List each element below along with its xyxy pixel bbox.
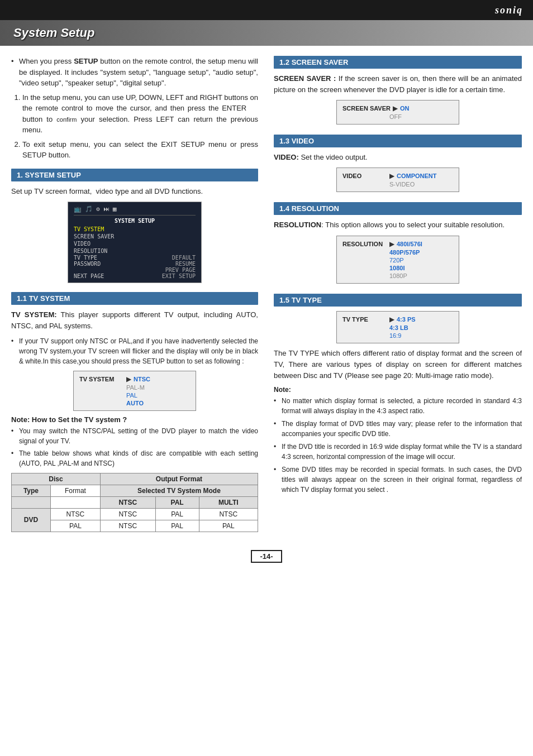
section-1: 1. SYSTEM SETUP Set up TV screen format,… xyxy=(11,169,258,283)
section-14-heading: 1.4 RESOLUTION xyxy=(274,202,522,215)
tvtype-169: 16:9 xyxy=(389,332,401,339)
menu-item-resolution: RESOLUTION xyxy=(74,247,196,255)
table-cell-pal-pal: PAL xyxy=(155,520,199,532)
menu-item-screen-saver: SCREEN SAVER xyxy=(74,233,196,240)
option-row-screensaver-off: OFF xyxy=(342,113,453,120)
tv-system-option-box: TV SYSTEM ▶ NTSC PAL-M PAL AUTO xyxy=(73,371,196,411)
resolution-arrow: ▶ xyxy=(389,240,394,248)
table-cell-ntsc-ntsc: NTSC xyxy=(100,508,155,520)
intro-bullet-1: When you press SETUP button on the remot… xyxy=(11,56,258,89)
right-column: 1.2 SCREEN SAVER SCREEN SAVER : If the s… xyxy=(268,56,522,541)
page-number: -14- xyxy=(0,552,533,566)
page-title: System Setup xyxy=(13,26,520,40)
option-row-tvtype: TV TYPE ▶ 4:3 PS xyxy=(342,315,453,323)
left-column: When you press SETUP button on the remot… xyxy=(11,56,268,541)
table-header-output: Output Format xyxy=(100,473,258,485)
table-cell-ntsc-format: NTSC xyxy=(50,508,100,520)
menu-item-password: PASSWORD xyxy=(74,261,101,267)
option-row-resolution: RESOLUTION ▶ 480I/576I xyxy=(342,240,453,248)
option-row-1080i: 1080I xyxy=(342,265,453,271)
option-row-480p: 480P/576P xyxy=(342,249,453,256)
video-arrow: ▶ xyxy=(389,172,394,180)
section-11-text1: TV SYSTEM: This player supports differen… xyxy=(11,309,258,332)
section-13: 1.3 VIDEO VIDEO: Set the video output. V… xyxy=(274,135,522,192)
menu-right-resume: RESUME xyxy=(175,261,196,267)
top-bar: soniq xyxy=(0,0,533,20)
resolution-1080p: 1080P xyxy=(389,272,407,279)
section-15-text: The TV TYPE which offers different ratio… xyxy=(274,348,522,381)
table-header-selected-tv: Selected TV System Mode xyxy=(100,485,258,496)
main-content: When you press SETUP button on the remot… xyxy=(0,46,533,547)
tvsystem-arrow: ▶ xyxy=(126,375,131,383)
menu-row-password-resume: PASSWORD RESUME xyxy=(74,261,196,267)
section-15: 1.5 TV TYPE TV TYPE ▶ 4:3 PS 4:3 LB 16:9 xyxy=(274,294,522,495)
menu-item-video: VIDEO xyxy=(74,240,196,247)
tvtype-option-box: TV TYPE ▶ 4:3 PS 4:3 LB 16:9 xyxy=(336,311,459,343)
table-cell-dvd: DVD xyxy=(12,508,51,532)
screensaver-on: ON xyxy=(400,105,410,112)
intro-section: When you press SETUP button on the remot… xyxy=(11,56,258,161)
section-11: 1.1 TV SYSTEM TV SYSTEM: This player sup… xyxy=(11,292,258,532)
menu-row-blank-prevpage: PREV PAGE xyxy=(74,267,196,273)
resolution-option-box: RESOLUTION ▶ 480I/576I 480P/576P 720P xyxy=(336,236,459,284)
screensaver-off: OFF xyxy=(389,113,402,120)
resolution-1080i: 1080I xyxy=(389,265,405,271)
video-svideo: S-VIDEO xyxy=(389,181,415,188)
section-12-heading: 1.2 SCREEN SAVER xyxy=(274,56,522,69)
section-11-heading: 1.1 TV SYSTEM xyxy=(11,292,258,305)
option-row-720p: 720P xyxy=(342,257,453,264)
section-15-notes: Note: No matter which display format is … xyxy=(274,386,522,495)
option-row-169: 16:9 xyxy=(342,332,453,339)
note-2: The display format of DVD titles may var… xyxy=(274,419,522,439)
table-subheader-pal: PAL xyxy=(155,496,199,508)
section-14: 1.4 RESOLUTION RESOLUTION: This option a… xyxy=(274,202,522,283)
table-subheader-blank xyxy=(12,496,51,508)
option-row-video: VIDEO ▶ COMPONENT xyxy=(342,172,453,180)
page: soniq System Setup When you press SETUP … xyxy=(0,0,533,756)
menu-right-exitsetup: EXIT SETUP xyxy=(162,273,196,279)
section-12: 1.2 SCREEN SAVER SCREEN SAVER : If the s… xyxy=(274,56,522,125)
note-4: Some DVD titles may be recorded in speci… xyxy=(274,465,522,495)
video-label: VIDEO xyxy=(342,173,387,179)
option-row-palm: PAL-M xyxy=(79,384,190,391)
icon-music: 🎵 xyxy=(85,205,93,213)
note-bullets-list: You may switch the NTSC/PAL setting of t… xyxy=(11,426,258,468)
tvtype-label: TV TYPE xyxy=(342,316,387,323)
option-row-svideo: S-VIDEO xyxy=(342,181,453,188)
table-cell-pal-ntsc: NTSC xyxy=(100,520,155,532)
tvtype-43ps: 4:3 PS xyxy=(397,316,416,323)
tvsystem-pal: PAL xyxy=(126,392,137,399)
note-bullet-1: You may switch the NTSC/PAL setting of t… xyxy=(11,426,258,446)
table-subheader-multi: MULTI xyxy=(199,496,258,508)
menu-icons: 📺 🎵 ⚙ ⏭ ▦ xyxy=(74,205,196,216)
tvtype-arrow: ▶ xyxy=(389,315,394,323)
table-subheader-ntsc: NTSC xyxy=(100,496,155,508)
menu-item-tv-system: TV SYSTEM xyxy=(74,226,196,233)
option-row-1080p: 1080P xyxy=(342,272,453,279)
tvsystem-label: TV SYSTEM xyxy=(79,376,124,382)
section-1-heading: 1. SYSTEM SETUP xyxy=(11,169,258,181)
tvsystem-palm: PAL-M xyxy=(126,384,145,391)
option-row-screensaver: SCREEN SAVER ▶ ON xyxy=(342,104,453,112)
resolution-480i: 480I/576I xyxy=(397,241,422,247)
table-header-type: Type xyxy=(12,485,51,496)
resolution-label: RESOLUTION xyxy=(342,241,387,247)
brand-logo: soniq xyxy=(495,4,523,16)
screen-saver-option-box: SCREEN SAVER ▶ ON OFF xyxy=(336,100,459,125)
intro-step-2: To exit setup menu, you can select the E… xyxy=(22,139,258,161)
icon-grid: ▦ xyxy=(113,205,117,213)
video-component: COMPONENT xyxy=(397,173,437,179)
note-heading: Note: xyxy=(274,386,522,394)
video-option-box: VIDEO ▶ COMPONENT S-VIDEO xyxy=(336,168,459,192)
section-15-heading: 1.5 TV TYPE xyxy=(274,294,522,307)
section-13-text: VIDEO: Set the video output. xyxy=(274,152,522,163)
menu-item-tvtype: TV TYPE xyxy=(74,255,97,261)
table-cell-ntsc-pal: PAL xyxy=(155,508,199,520)
menu-row-nextpage-exitsetup: NEXT PAGE EXIT SETUP xyxy=(74,273,196,279)
system-setup-menu: 📺 🎵 ⚙ ⏭ ▦ SYSTEM SETUP TV SYSTEM SCREEN … xyxy=(68,202,202,283)
tvsystem-auto: AUTO xyxy=(126,400,144,406)
page-number-text: -14- xyxy=(251,550,282,563)
option-row-tvsystem: TV SYSTEM ▶ NTSC xyxy=(79,375,190,383)
option-row-auto: AUTO xyxy=(79,400,190,406)
icon-skip: ⏭ xyxy=(103,205,110,213)
